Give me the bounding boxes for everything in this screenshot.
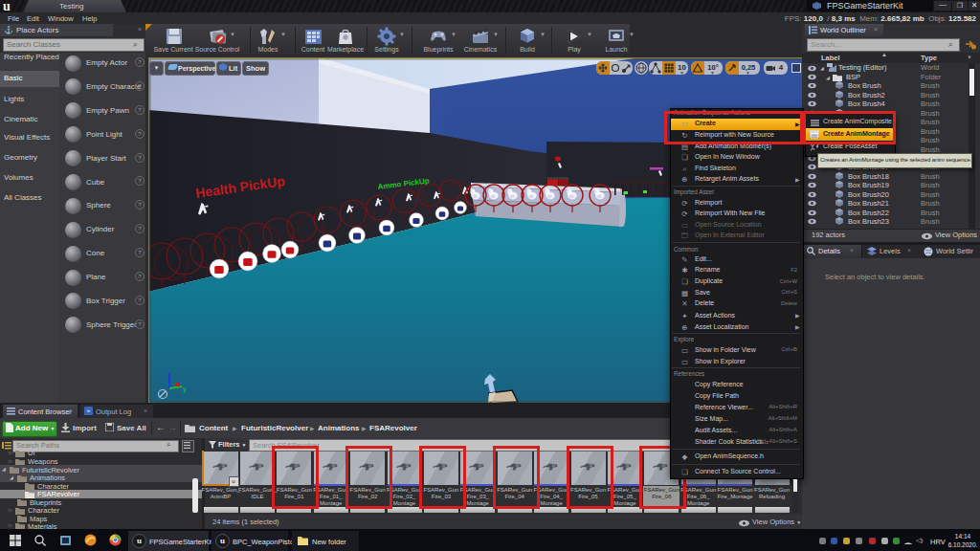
svg-text:y: y xyxy=(183,386,187,393)
